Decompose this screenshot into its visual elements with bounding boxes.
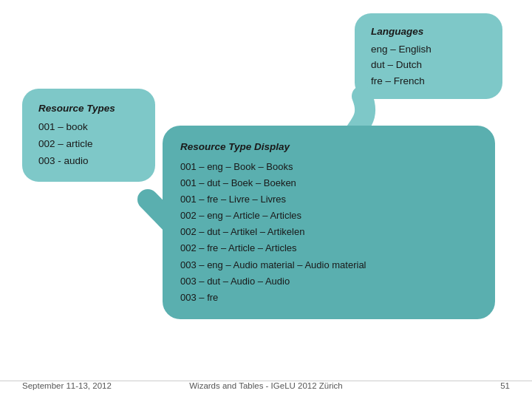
rtd-item-2: 001 – dut – Boek – Boeken [180,175,477,191]
resource-type-item-2: 002 – article [38,136,139,153]
rtd-item-1: 001 – eng – Book – Books [180,159,477,175]
rtd-item-4: 002 – eng – Article – Articles [180,208,477,224]
rtd-item-3: 001 – fre – Livre – Livres [180,191,477,208]
languages-item-3: fre – French [371,73,486,89]
footer-title: Wizards and Tables - IGeLU 2012 Zürich [185,381,347,390]
resource-type-display-title: Resource Type Display [180,139,477,156]
rtd-item-7: 003 – eng – Audio material – Audio mater… [180,257,477,273]
footer-page: 51 [347,381,510,390]
resource-type-item-1: 001 – book [38,119,139,136]
languages-item-2: dut – Dutch [371,57,486,73]
resource-types-bubble: Resource Types 001 – book 002 – article … [22,89,155,182]
languages-item-1: eng – English [371,41,486,58]
rtd-item-6: 002 – fre – Article – Articles [180,240,477,256]
rtd-item-8: 003 – dut – Audio – Audio [180,273,477,290]
languages-bubble: Languages eng – English dut – Dutch fre … [355,13,502,99]
slide: Languages eng – English dut – Dutch fre … [0,0,532,399]
footer: September 11-13, 2012 Wizards and Tables… [0,381,532,390]
rtd-item-9: 003 – fre [180,290,477,306]
resource-type-display-bubble: Resource Type Display 001 – eng – Book –… [163,126,495,319]
resource-types-title: Resource Types [38,100,139,117]
rtd-item-5: 002 – dut – Artikel – Artikelen [180,224,477,240]
languages-title: Languages [371,24,486,40]
footer-date: September 11-13, 2012 [22,381,185,390]
resource-type-item-3: 003 - audio [38,153,139,170]
